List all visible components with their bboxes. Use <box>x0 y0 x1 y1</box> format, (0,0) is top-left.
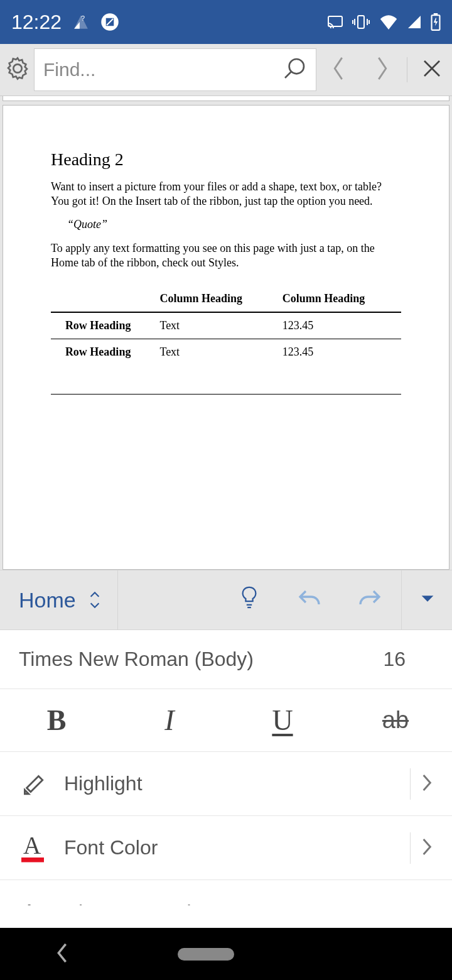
undo-icon <box>296 587 323 613</box>
font-size-selector[interactable]: 16 <box>383 648 433 671</box>
underline-button[interactable]: U <box>226 689 339 751</box>
table-header-row[interactable]: Column Heading Column Heading <box>51 286 401 312</box>
android-nav-bar <box>0 928 452 980</box>
font-color-icon: A <box>19 833 54 863</box>
ribbon-tab-name: Home <box>19 588 76 612</box>
chevron-right-icon <box>421 837 433 859</box>
wifi-icon <box>379 14 398 30</box>
tell-me-button[interactable] <box>219 570 279 630</box>
svg-rect-3 <box>328 16 342 26</box>
search-icon <box>282 56 307 84</box>
undo-button[interactable] <box>279 570 340 630</box>
svg-rect-12 <box>21 858 44 863</box>
quote-text[interactable]: “Quote” <box>67 218 401 231</box>
row-divider <box>410 832 411 864</box>
ribbon-bar: Home <box>0 570 452 630</box>
find-prev-button[interactable] <box>316 48 360 92</box>
document-table[interactable]: Column Heading Column Heading Row Headin… <box>51 286 401 365</box>
settings-button[interactable] <box>5 48 30 92</box>
body-paragraph[interactable]: To apply any text formatting you see on … <box>51 241 401 270</box>
ribbon-tab-selector[interactable]: Home <box>0 570 118 629</box>
document-page[interactable]: Heading 2 Want to insert a picture from … <box>3 105 449 570</box>
table-cell[interactable]: 123.45 <box>279 339 401 366</box>
toolbar-separator <box>407 57 407 82</box>
table-row[interactable]: Row Heading Text 123.45 <box>51 312 401 339</box>
redo-icon <box>357 587 383 613</box>
highlight-label: Highlight <box>54 772 410 795</box>
strikethrough-button[interactable]: ab <box>339 689 452 751</box>
app-badge-icon <box>100 13 119 31</box>
find-next-button[interactable] <box>360 48 404 92</box>
vibrate-icon <box>352 14 370 30</box>
clear-formatting-row[interactable]: A Clear Formatting <box>0 880 452 905</box>
find-field[interactable] <box>34 48 316 91</box>
table-bottom-rule <box>51 394 401 395</box>
bold-button[interactable]: B <box>0 689 113 751</box>
table-cell[interactable]: 123.45 <box>279 312 401 339</box>
table-cell[interactable]: Row Heading <box>51 312 156 339</box>
ribbon-collapse-button[interactable] <box>403 594 452 606</box>
font-family-selector[interactable]: Times New Roman (Body) <box>19 648 383 671</box>
status-time: 12:22 <box>11 11 62 34</box>
font-selector-row: Times New Roman (Body) 16 <box>0 630 452 689</box>
gear-icon <box>5 56 30 84</box>
highlight-row[interactable]: Highlight <box>0 752 452 816</box>
previous-page-edge <box>3 96 449 101</box>
table-row[interactable]: Row Heading Text 123.45 <box>51 339 401 366</box>
svg-text:?: ? <box>81 14 85 22</box>
highlight-icon <box>19 770 54 798</box>
battery-charging-icon <box>431 13 441 31</box>
nav-home-pill[interactable] <box>178 948 234 961</box>
redo-button[interactable] <box>340 570 400 630</box>
svg-rect-4 <box>358 16 364 28</box>
table-header-cell[interactable] <box>51 286 156 312</box>
lightbulb-icon <box>238 585 261 614</box>
chevron-left-icon <box>330 56 347 84</box>
table-header-cell[interactable]: Column Heading <box>156 286 278 312</box>
signal-unknown-icon: ? <box>73 14 89 30</box>
table-cell[interactable]: Row Heading <box>51 339 156 366</box>
find-toolbar <box>0 44 452 96</box>
cast-icon <box>328 16 343 28</box>
table-cell[interactable]: Text <box>156 339 278 366</box>
caret-down-icon <box>420 594 435 606</box>
find-input[interactable] <box>43 59 282 80</box>
document-area[interactable]: Heading 2 Want to insert a picture from … <box>0 96 452 570</box>
text-style-row: B I U ab <box>0 689 452 752</box>
svg-point-7 <box>289 59 304 74</box>
clear-formatting-label: Clear Formatting <box>54 901 433 906</box>
heading-2[interactable]: Heading 2 <box>51 150 401 170</box>
nav-back-button[interactable] <box>54 942 70 966</box>
clear-formatting-icon: A <box>19 898 54 905</box>
italic-button[interactable]: I <box>113 689 226 751</box>
chevron-right-icon <box>374 56 391 84</box>
ribbon-separator <box>401 570 402 629</box>
svg-rect-6 <box>434 13 438 15</box>
cell-signal-icon <box>407 14 422 30</box>
body-paragraph[interactable]: Want to insert a picture from your files… <box>51 180 401 208</box>
chevron-right-icon <box>421 773 433 795</box>
svg-line-8 <box>285 72 291 78</box>
font-color-row[interactable]: A Font Color <box>0 816 452 880</box>
tab-switch-icon <box>87 590 102 610</box>
row-divider <box>410 768 411 800</box>
svg-text:A: A <box>21 899 38 905</box>
svg-text:A: A <box>23 833 41 859</box>
close-icon <box>421 57 443 82</box>
status-bar: 12:22 ? <box>0 0 452 44</box>
font-color-label: Font Color <box>54 836 410 859</box>
table-header-cell[interactable]: Column Heading <box>279 286 401 312</box>
close-find-button[interactable] <box>410 48 452 92</box>
table-cell[interactable]: Text <box>156 312 278 339</box>
